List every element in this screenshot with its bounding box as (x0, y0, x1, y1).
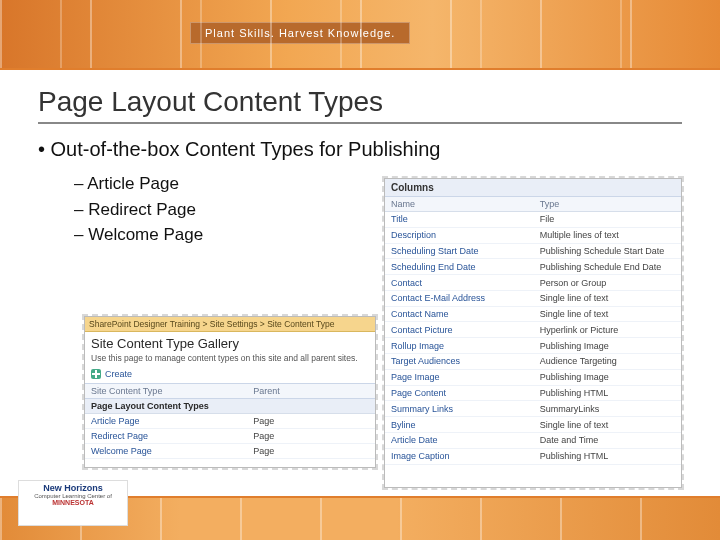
column-row: Rollup ImagePublishing Image (385, 338, 681, 354)
title-underline (38, 122, 682, 124)
columns-table-screenshot: Columns Name Type TitleFileDescriptionMu… (384, 178, 682, 488)
bullet-level-1: Out-of-the-box Content Types for Publish… (38, 138, 720, 161)
content-type-gallery-screenshot: SharePoint Designer Training > Site Sett… (84, 316, 376, 468)
column-name[interactable]: Contact E-Mail Address (391, 293, 540, 303)
column-row: Page ImagePublishing Image (385, 370, 681, 386)
column-row: Scheduling End DatePublishing Schedule E… (385, 259, 681, 275)
column-type: Publishing HTML (540, 451, 675, 461)
column-type: Audience Targeting (540, 356, 675, 366)
column-row: ContactPerson or Group (385, 275, 681, 291)
column-name[interactable]: Summary Links (391, 404, 540, 414)
column-row: Contact E-Mail AddressSingle line of tex… (385, 291, 681, 307)
th-parent: Parent (253, 386, 369, 396)
columns-thead: Name Type (385, 197, 681, 212)
logo-state: MINNESOTA (19, 499, 127, 506)
breadcrumb: SharePoint Designer Training > Site Sett… (85, 317, 375, 332)
column-type: Date and Time (540, 435, 675, 445)
gallery-heading: Site Content Type Gallery (85, 332, 375, 353)
column-name[interactable]: Article Date (391, 435, 540, 445)
column-row: Image CaptionPublishing HTML (385, 449, 681, 465)
create-label: Create (105, 369, 132, 379)
plus-icon (91, 369, 101, 379)
column-row: Page ContentPublishing HTML (385, 386, 681, 402)
header-band: Plant Skills. Harvest Knowledge. (0, 0, 720, 68)
column-row: TitleFile (385, 212, 681, 228)
column-name[interactable]: Scheduling Start Date (391, 246, 540, 256)
column-type: Publishing Image (540, 341, 675, 351)
column-type: Publishing HTML (540, 388, 675, 398)
column-type: Single line of text (540, 309, 675, 319)
column-type: Multiple lines of text (540, 230, 675, 240)
column-row: Contact NameSingle line of text (385, 307, 681, 323)
column-name[interactable]: Page Image (391, 372, 540, 382)
content-type-name[interactable]: Article Page (91, 416, 253, 426)
column-name[interactable]: Byline (391, 420, 540, 430)
content-type-row: Article PagePage (85, 414, 375, 429)
content-type-parent: Page (253, 431, 369, 441)
column-type: Publishing Schedule Start Date (540, 246, 675, 256)
column-row: Contact PictureHyperlink or Picture (385, 322, 681, 338)
columns-label: Columns (391, 182, 540, 193)
create-link[interactable]: Create (85, 367, 375, 383)
column-name[interactable]: Target Audiences (391, 356, 540, 366)
column-name[interactable]: Contact Name (391, 309, 540, 319)
content-type-row: Welcome PagePage (85, 444, 375, 459)
gallery-description: Use this page to manage content types on… (85, 353, 375, 367)
column-name[interactable]: Description (391, 230, 540, 240)
page-title: Page Layout Content Types (38, 86, 720, 118)
content-type-name[interactable]: Redirect Page (91, 431, 253, 441)
group-header: Page Layout Content Types (85, 399, 375, 414)
column-row: DescriptionMultiple lines of text (385, 228, 681, 244)
logo-title: New Horizons (19, 483, 127, 493)
content-type-parent: Page (253, 446, 369, 456)
column-name[interactable]: Contact Picture (391, 325, 540, 335)
col-type-header: Type (540, 199, 675, 209)
column-name[interactable]: Scheduling End Date (391, 262, 540, 272)
tagline: Plant Skills. Harvest Knowledge. (190, 22, 410, 44)
column-type: Publishing Schedule End Date (540, 262, 675, 272)
column-type: Publishing Image (540, 372, 675, 382)
column-row: BylineSingle line of text (385, 417, 681, 433)
column-name[interactable]: Image Caption (391, 451, 540, 461)
column-type: File (540, 214, 675, 224)
content-type-parent: Page (253, 416, 369, 426)
column-name[interactable]: Rollup Image (391, 341, 540, 351)
columns-section-header: Columns (385, 179, 681, 197)
col-name-header: Name (391, 199, 540, 209)
column-row: Scheduling Start DatePublishing Schedule… (385, 244, 681, 260)
column-name[interactable]: Page Content (391, 388, 540, 398)
column-type: Hyperlink or Picture (540, 325, 675, 335)
content-type-name[interactable]: Welcome Page (91, 446, 253, 456)
column-name[interactable]: Contact (391, 278, 540, 288)
gallery-thead: Site Content Type Parent (85, 383, 375, 399)
th-content-type: Site Content Type (91, 386, 253, 396)
column-type: Person or Group (540, 278, 675, 288)
new-horizons-logo: New Horizons Computer Learning Center of… (18, 480, 128, 526)
column-name[interactable]: Title (391, 214, 540, 224)
column-row: Summary LinksSummaryLinks (385, 401, 681, 417)
column-type: SummaryLinks (540, 404, 675, 414)
column-row: Target AudiencesAudience Targeting (385, 354, 681, 370)
column-type: Single line of text (540, 420, 675, 430)
column-row: Article DateDate and Time (385, 433, 681, 449)
content-type-row: Redirect PagePage (85, 429, 375, 444)
column-type: Single line of text (540, 293, 675, 303)
